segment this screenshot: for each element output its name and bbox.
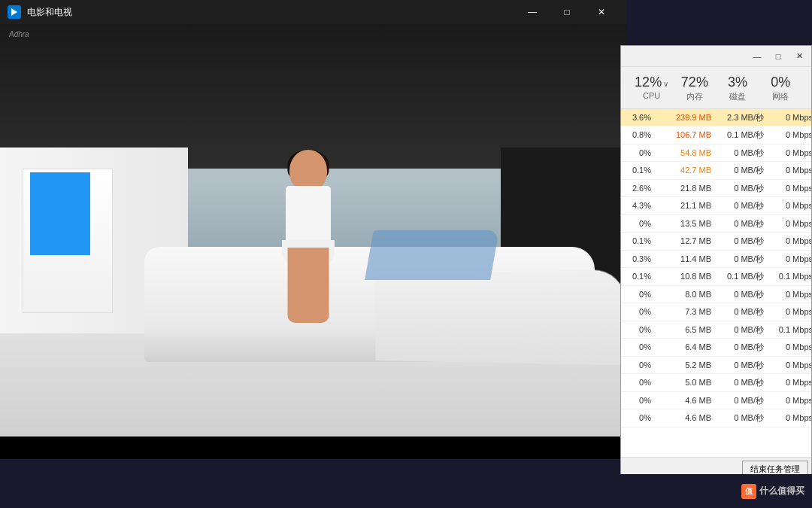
disk-cell: 0 MB/秒 (714, 146, 767, 160)
task-manager-title-bar: — □ ✕ (621, 46, 811, 67)
mem-cell: 4.6 MB (654, 411, 714, 425)
table-row[interactable]: 0% 6.5 MB 0 MB/秒 0.1 Mbps (621, 321, 811, 339)
media-player-title: 电影和电视 (27, 6, 72, 19)
cpu-cell: 0% (624, 394, 654, 408)
table-row[interactable]: 0.1% 42.7 MB 0 MB/秒 0 Mbps (621, 162, 811, 180)
table-row[interactable]: 0% 7.3 MB 0 MB/秒 0 Mbps (621, 303, 811, 321)
table-row[interactable]: 0% 4.6 MB 0 MB/秒 0 Mbps (621, 392, 811, 410)
table-row[interactable]: 0% 4.6 MB 0 MB/秒 0 Mbps (621, 409, 811, 427)
media-player-window: 电影和电视 — □ ✕ (0, 0, 626, 459)
mem-cell: 12.7 MB (654, 234, 714, 248)
table-row[interactable]: 0.1% 12.7 MB 0 MB/秒 0 Mbps (621, 233, 811, 251)
table-row[interactable]: 4.3% 21.1 MB 0 MB/秒 0 Mbps (621, 197, 811, 215)
maximize-button[interactable]: □ (550, 0, 584, 24)
net-cell: 0 Mbps (767, 376, 811, 390)
disk-cell: 0 MB/秒 (714, 234, 767, 248)
cpu-cell: 0.1% (624, 163, 654, 178)
cpu-value: 12% (635, 75, 662, 91)
tm-minimize-button[interactable]: — (747, 47, 768, 65)
table-row[interactable]: 0% 54.8 MB 0 MB/秒 0 Mbps (621, 144, 811, 163)
net-cell: 0.1 Mbps (767, 323, 811, 337)
network-value: 0% (771, 75, 790, 90)
network-stat: 0% 网络 (759, 73, 802, 104)
disk-cell: 0.1 MB/秒 (714, 128, 767, 142)
memory-stat: 72% 内存 (673, 73, 716, 104)
table-row[interactable]: 0% 6.4 MB 0 MB/秒 0 Mbps (621, 339, 811, 357)
mem-cell: 13.5 MB (654, 217, 714, 231)
disk-cell: 0 MB/秒 (714, 394, 767, 408)
cpu-cell: 0.1% (624, 269, 654, 284)
table-row[interactable]: 0% 8.0 MB 0 MB/秒 0 Mbps (621, 286, 811, 304)
disk-label: 磁盘 (720, 91, 756, 102)
disk-cell: 2.3 MB/秒 (714, 111, 767, 125)
net-cell: 0 Mbps (767, 199, 811, 213)
process-table[interactable]: 3.6% 239.9 MB 2.3 MB/秒 0 Mbps 0.8% 106.7… (621, 109, 811, 457)
disk-cell: 0 MB/秒 (714, 163, 767, 178)
mem-cell: 10.8 MB (654, 269, 714, 284)
close-button[interactable]: ✕ (584, 0, 619, 24)
net-cell: 0 Mbps (767, 340, 811, 354)
table-row[interactable]: 2.6% 21.8 MB 0 MB/秒 0 Mbps (621, 180, 811, 198)
table-row[interactable]: 0% 13.5 MB 0 MB/秒 0 Mbps (621, 215, 811, 233)
cpu-cell: 0% (624, 340, 654, 354)
mem-cell: 21.1 MB (654, 199, 714, 213)
mem-cell: 6.5 MB (654, 323, 714, 337)
tm-close-button[interactable]: ✕ (789, 47, 810, 65)
disk-cell: 0 MB/秒 (714, 181, 767, 196)
table-row[interactable]: 0.8% 106.7 MB 0.1 MB/秒 0 Mbps (621, 126, 811, 144)
disk-cell: 0 MB/秒 (714, 199, 767, 213)
table-row[interactable]: 0% 5.2 MB 0 MB/秒 0 Mbps (621, 357, 811, 375)
tm-maximize-button[interactable]: □ (768, 47, 789, 65)
booth-display (30, 172, 90, 255)
cpu-cell: 3.6% (624, 111, 654, 125)
net-cell: 0 Mbps (767, 394, 811, 408)
logo-text: 什么值得买 (759, 485, 804, 497)
cpu-arrow: ∨ (663, 80, 668, 88)
player-bottom-bar (0, 437, 626, 459)
net-cell: 0 Mbps (767, 358, 811, 373)
taskbar-right: 值 什么值得买 (741, 484, 804, 499)
mem-cell: 5.2 MB (654, 358, 714, 373)
disk-cell: 0 MB/秒 (714, 358, 767, 373)
cpu-cell: 0% (624, 287, 654, 302)
disk-cell: 0 MB/秒 (714, 376, 767, 390)
disk-cell: 0.1 MB/秒 (714, 269, 767, 284)
mem-cell: 106.7 MB (654, 128, 714, 142)
net-cell: 0 Mbps (767, 217, 811, 231)
net-cell: 0 Mbps (767, 128, 811, 142)
minimize-button[interactable]: — (515, 0, 550, 24)
video-scene: Adhra (0, 24, 626, 437)
mem-cell: 4.6 MB (654, 394, 714, 408)
disk-cell: 0 MB/秒 (714, 287, 767, 302)
task-manager-window: — □ ✕ 12% ∨ CPU 72% 内存 3% 磁盘 (620, 45, 812, 482)
video-watermark: Adhra (9, 30, 29, 38)
table-row[interactable]: 0.1% 10.8 MB 0.1 MB/秒 0.1 Mbps (621, 268, 811, 286)
cpu-cell: 0% (624, 217, 654, 231)
disk-value: 3% (728, 75, 747, 90)
logo-icon: 值 (741, 484, 756, 499)
disk-cell: 0 MB/秒 (714, 252, 767, 266)
mem-cell: 5.0 MB (654, 376, 714, 390)
net-cell: 0 Mbps (767, 181, 811, 196)
taskbar-logo: 值 什么值得买 (741, 484, 804, 499)
cpu-cell: 0% (624, 305, 654, 319)
net-cell: 0 Mbps (767, 111, 811, 125)
cpu-cell: 0% (624, 146, 654, 160)
disk-cell: 0 MB/秒 (714, 217, 767, 231)
mem-cell: 21.8 MB (654, 181, 714, 196)
disk-cell: 0 MB/秒 (714, 305, 767, 319)
table-row[interactable]: 0.3% 11.4 MB 0 MB/秒 0 Mbps (621, 251, 811, 269)
table-row[interactable]: 3.6% 239.9 MB 2.3 MB/秒 0 Mbps (621, 109, 811, 127)
memory-value: 72% (681, 75, 708, 90)
cpu-cell: 0.1% (624, 234, 654, 248)
cpu-label: CPU (633, 91, 670, 100)
cpu-cell: 0.3% (624, 252, 654, 266)
mem-cell: 7.3 MB (654, 305, 714, 319)
net-cell: 0 Mbps (767, 305, 811, 319)
table-row[interactable]: 0% 5.0 MB 0 MB/秒 0 Mbps (621, 374, 811, 392)
mem-cell: 239.9 MB (654, 111, 714, 125)
car-windshield (365, 230, 499, 280)
video-area[interactable]: Adhra (0, 24, 626, 437)
person-figure (263, 150, 353, 345)
cpu-cell: 0.8% (624, 128, 654, 142)
